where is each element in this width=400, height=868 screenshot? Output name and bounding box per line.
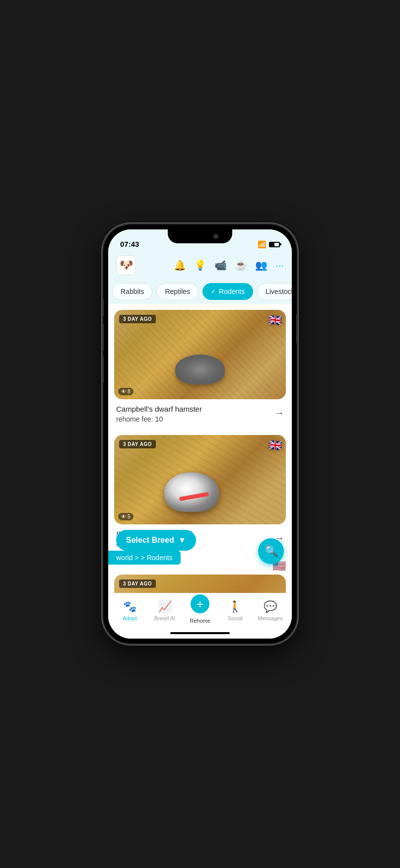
notch [168, 229, 232, 243]
nav-breed-ai[interactable]: 📈 Breed AI [147, 596, 183, 625]
phone-screen: 07:43 📶 🐶 🔔 💡 📹 ☕ 👥 ··· [108, 229, 292, 639]
nav-rehome-label: Rehome [190, 618, 210, 624]
breadcrumb: world > > Rodents [108, 551, 181, 565]
time-badge-3: 3 DAY AGO [119, 579, 156, 588]
nav-social-label: Social [228, 615, 243, 621]
phone-frame: 07:43 📶 🐶 🔔 💡 📹 ☕ 👥 ··· [103, 224, 297, 644]
logo-emoji: 🐶 [120, 259, 133, 272]
pet-fee-1: rehome fee: 10 [116, 415, 275, 423]
more-icon[interactable]: ··· [275, 260, 284, 271]
flag-badge-2: 🇬🇧 [268, 439, 282, 452]
messages-icon: 💬 [264, 600, 277, 613]
nav-breed-ai-label: Breed AI [154, 615, 175, 621]
rehome-button[interactable]: ＋ [189, 593, 211, 615]
pet-image-3-partial[interactable]: 3 DAY AGO [114, 575, 286, 593]
time-badge-2: 3 DAY AGO [119, 440, 156, 448]
status-icons: 📶 [258, 240, 280, 248]
nav-adopt-label: Adopt [123, 615, 137, 621]
battery-icon [269, 242, 280, 247]
main-content[interactable]: 3 DAY AGO 🇬🇧 👁 8 Campbell's dwarf hamste… [108, 304, 292, 593]
lightbulb-icon[interactable]: 💡 [194, 259, 206, 271]
pet-name-1: Campbell's dwarf hamster [116, 404, 275, 414]
home-bar [170, 632, 230, 634]
app-logo[interactable]: 🐶 [116, 255, 136, 275]
pet-card-1[interactable]: 3 DAY AGO 🇬🇧 👁 8 Campbell's dwarf hamste… [114, 310, 286, 425]
app-header: 🐶 🔔 💡 📹 ☕ 👥 ··· [108, 251, 292, 279]
people-icon[interactable]: 👥 [255, 259, 267, 271]
pet-card-3-partial[interactable]: 🇺🇸 3 DAY AGO [114, 560, 286, 593]
nav-social[interactable]: 🚶 Social [217, 596, 253, 625]
wifi-icon: 📶 [258, 240, 266, 248]
pet-image-2[interactable]: 3 DAY AGO 🇬🇧 👁 5 [114, 435, 286, 524]
paw-icon: 🐾 [123, 600, 136, 613]
pet-details-1: Campbell's dwarf hamster rehome fee: 10 [116, 404, 275, 423]
select-breed-label: Select Breed [126, 536, 174, 545]
views-badge-2: 👁 5 [118, 513, 133, 520]
header-icons: 🔔 💡 📹 ☕ 👥 ··· [174, 259, 284, 271]
flag-badge-1: 🇬🇧 [268, 314, 282, 327]
notification-icon[interactable]: 🔔 [174, 259, 186, 271]
pet-info-1: Campbell's dwarf hamster rehome fee: 10 … [114, 399, 286, 425]
social-icon: 🚶 [228, 600, 242, 613]
search-fab-icon: 🔍 [265, 545, 278, 558]
nav-rehome[interactable]: ＋ Rehome [183, 598, 218, 624]
tab-rabbits[interactable]: Rabbits [112, 283, 152, 300]
cup-icon[interactable]: ☕ [235, 259, 247, 271]
breed-ai-icon: 📈 [158, 600, 172, 613]
plus-icon: ＋ [194, 596, 206, 612]
tab-rodents[interactable]: ✓ Rodents [202, 283, 253, 300]
views-badge-1: 👁 8 [118, 388, 133, 395]
hamster-2-animal [164, 472, 219, 512]
category-tabs: Rabbits Reptiles ✓ Rodents Livestock P..… [108, 279, 292, 304]
eye-icon: 👁 [121, 389, 126, 394]
nav-messages[interactable]: 💬 Messages [253, 596, 288, 625]
dropdown-icon: ▼ [178, 536, 186, 545]
nav-adopt[interactable]: 🐾 Adopt [112, 596, 147, 625]
status-time: 07:43 [120, 240, 139, 248]
fab-search-button[interactable]: 🔍 [258, 538, 284, 564]
select-breed-button[interactable]: Select Breed ▼ [116, 530, 196, 551]
breadcrumb-text: world > > Rodents [116, 554, 173, 562]
camera [213, 234, 218, 239]
time-badge-1: 3 DAY AGO [119, 315, 156, 323]
video-icon[interactable]: 📹 [214, 259, 227, 271]
arrow-icon-1[interactable]: → [275, 408, 284, 419]
tab-livestock[interactable]: Livestock [257, 283, 292, 300]
eye-icon-2: 👁 [121, 514, 126, 519]
nav-messages-label: Messages [258, 615, 283, 621]
pet-image-1[interactable]: 3 DAY AGO 🇬🇧 👁 8 [114, 310, 286, 399]
hamster-1-animal [175, 355, 225, 384]
tab-reptiles[interactable]: Reptiles [156, 283, 199, 300]
bottom-nav: 🐾 Adopt 📈 Breed AI ＋ Rehome 🚶 Social 💬 M… [108, 593, 292, 628]
home-indicator [108, 628, 292, 639]
check-icon: ✓ [211, 288, 216, 295]
